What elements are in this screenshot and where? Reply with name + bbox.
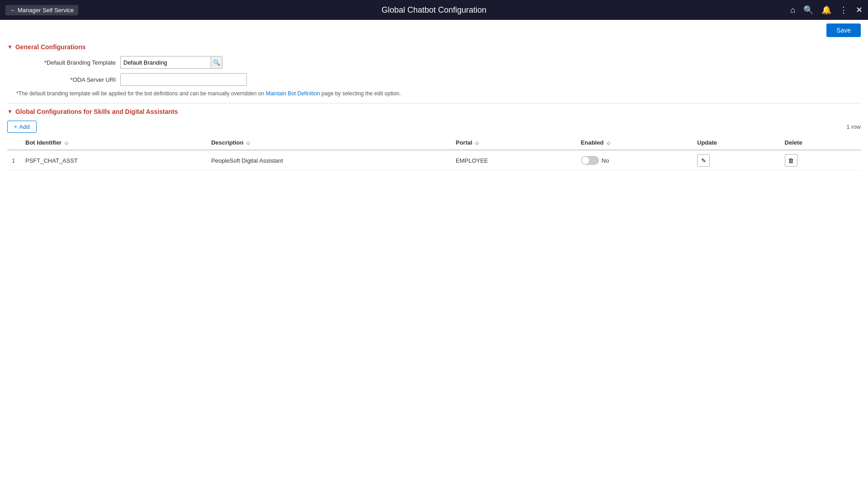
update-cell: ✎ xyxy=(693,150,780,171)
oda-uri-label: *ODA Server URI xyxy=(16,76,120,83)
general-configurations-title: General Configurations xyxy=(15,43,86,51)
col-bot-identifier: Bot Identifier ◇ xyxy=(21,136,207,150)
default-branding-input-wrap: 🔍 xyxy=(120,56,222,69)
default-branding-input[interactable] xyxy=(120,56,211,69)
col-delete: Delete xyxy=(780,136,861,150)
enabled-cell: No xyxy=(576,150,693,171)
delete-cell: 🗑 xyxy=(780,150,861,171)
bot-identifier-sort-icon[interactable]: ◇ xyxy=(65,141,68,145)
toggle-knob xyxy=(582,157,589,164)
default-branding-search-button[interactable]: 🔍 xyxy=(211,56,222,69)
bot-identifier-cell: PSFT_CHAT_ASST xyxy=(21,150,207,171)
general-chevron-icon: ▼ xyxy=(7,44,13,50)
global-chevron-icon: ▼ xyxy=(7,108,13,115)
back-arrow-icon: ← xyxy=(10,7,16,14)
description-sort-icon[interactable]: ◇ xyxy=(246,141,250,145)
col-description: Description ◇ xyxy=(207,136,451,150)
note-text: *The default branding template will be a… xyxy=(16,90,861,97)
navbar-icons: ⌂ 🔍 🔔 ⋮ ✕ xyxy=(790,6,863,14)
enabled-label: No xyxy=(602,157,609,164)
portal-sort-icon[interactable]: ◇ xyxy=(475,141,479,145)
save-btn-wrap: Save xyxy=(0,20,868,39)
description-cell: PeopleSoft Digital Assistant xyxy=(207,150,451,171)
global-configurations-title: Global Configurations for Skills and Dig… xyxy=(15,108,178,115)
maintain-bot-link[interactable]: Maintain Bot Definition xyxy=(266,90,320,97)
section-divider xyxy=(7,103,861,103)
delete-button[interactable]: 🗑 xyxy=(785,154,797,167)
more-icon[interactable]: ⋮ xyxy=(840,6,848,14)
bot-table: Bot Identifier ◇ Description ◇ Portal ◇ … xyxy=(7,136,861,171)
add-button-label: Add xyxy=(19,123,30,130)
oda-uri-input[interactable] xyxy=(120,73,247,86)
col-portal: Portal ◇ xyxy=(451,136,576,150)
update-button[interactable]: ✎ xyxy=(697,154,710,167)
global-configurations-header[interactable]: ▼ Global Configurations for Skills and D… xyxy=(7,108,861,115)
save-button[interactable]: Save xyxy=(826,23,861,37)
content: ▼ General Configurations *Default Brandi… xyxy=(0,43,868,178)
table-row: 1 PSFT_CHAT_ASST PeopleSoft Digital Assi… xyxy=(7,150,861,171)
col-update: Update xyxy=(693,136,780,150)
back-button[interactable]: ← Manager Self Service xyxy=(5,5,78,15)
col-row-num xyxy=(7,136,21,150)
table-header-row: Bot Identifier ◇ Description ◇ Portal ◇ … xyxy=(7,136,861,150)
enabled-toggle-wrap: No xyxy=(581,156,688,165)
default-branding-label: *Default Branding Template xyxy=(16,59,120,66)
back-label: Manager Self Service xyxy=(18,7,74,14)
col-enabled: Enabled ◇ xyxy=(576,136,693,150)
default-branding-row: *Default Branding Template 🔍 xyxy=(16,56,861,69)
add-button[interactable]: + Add xyxy=(7,121,37,133)
search-magnifier-icon: 🔍 xyxy=(213,59,220,66)
plus-icon: + xyxy=(14,123,18,130)
close-icon[interactable]: ✕ xyxy=(856,6,863,14)
home-icon[interactable]: ⌂ xyxy=(790,6,795,14)
general-configurations-header[interactable]: ▼ General Configurations xyxy=(7,43,861,51)
page-title: Global Chatbot Configuration xyxy=(382,5,486,15)
table-toolbar: + Add 1 row xyxy=(7,121,861,133)
portal-cell: EMPLOYEE xyxy=(451,150,576,171)
enabled-toggle[interactable] xyxy=(581,156,599,165)
navbar: ← Manager Self Service Global Chatbot Co… xyxy=(0,0,868,20)
enabled-sort-icon[interactable]: ◇ xyxy=(607,141,610,145)
oda-uri-row: *ODA Server URI xyxy=(16,73,861,86)
row-number: 1 xyxy=(7,150,21,171)
bell-icon[interactable]: 🔔 xyxy=(821,6,831,14)
row-count: 1 row xyxy=(846,123,861,130)
search-icon[interactable]: 🔍 xyxy=(803,6,813,14)
